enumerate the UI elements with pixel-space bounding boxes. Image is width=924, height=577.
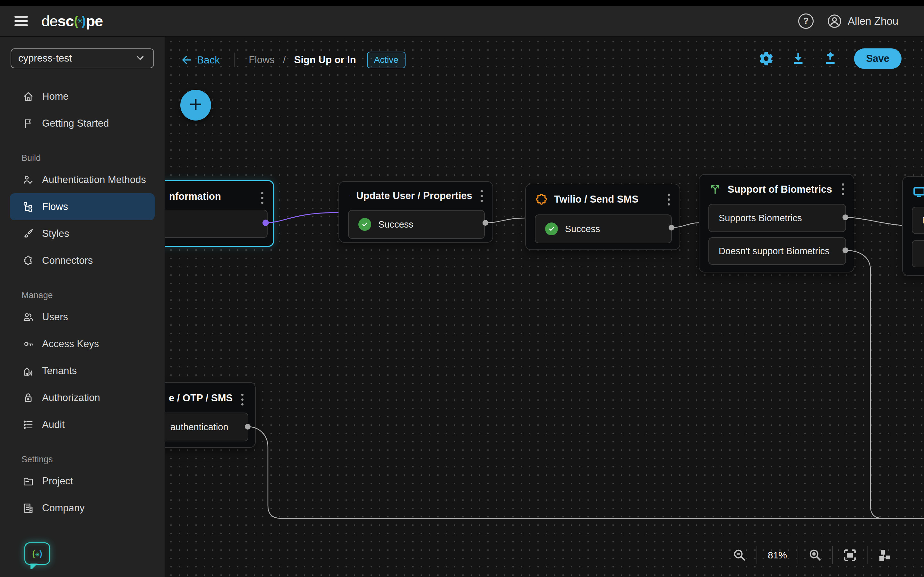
- row-label: Doesn't support Biometrics: [719, 246, 830, 256]
- key-icon: [22, 338, 34, 350]
- sidebar-section-settings: Settings: [21, 446, 165, 464]
- sidebar-item-company[interactable]: Company: [10, 495, 155, 522]
- success-check-icon: [359, 218, 371, 231]
- branch-icon: [709, 183, 721, 195]
- sidebar-item-label: Project: [42, 475, 73, 487]
- row-label: Supports Biometrics: [719, 213, 802, 223]
- sidebar-item-authentication-methods[interactable]: Authentication Methods: [10, 166, 155, 193]
- node-output-row-doesnt-support[interactable]: Doesn't support Biometrics: [708, 237, 846, 265]
- sidebar-item-home[interactable]: Home: [10, 83, 155, 110]
- logo-text: de: [41, 12, 57, 30]
- download-flow-icon[interactable]: [790, 49, 806, 68]
- sidebar-item-label: Tenants: [42, 365, 77, 377]
- project-selector[interactable]: cypress-test: [11, 48, 154, 68]
- sidebar-item-project[interactable]: Project: [10, 468, 155, 495]
- sidebar-item-label: Users: [42, 311, 68, 323]
- flow-name: Sign Up or In: [294, 54, 356, 66]
- sidebar-section-manage: Manage: [21, 282, 165, 300]
- node-support-of-biometrics[interactable]: Support of Biometrics Supports Biometric…: [699, 174, 855, 272]
- node-menu-icon[interactable]: [840, 181, 846, 197]
- audit-icon: [22, 419, 34, 431]
- sidebar-item-authorization[interactable]: Authorization: [10, 384, 155, 411]
- topbar: desc(✳)pe ? Allen Zhou: [0, 6, 924, 37]
- sidebar-item-getting-started[interactable]: Getting Started: [10, 110, 155, 137]
- sidebar-item-users[interactable]: Users: [10, 303, 155, 330]
- node-output-row[interactable]: Success: [535, 214, 672, 243]
- divider: [798, 546, 798, 564]
- hamburger-menu-icon[interactable]: [15, 16, 28, 26]
- node-menu-icon[interactable]: [239, 392, 246, 408]
- descope-console: { "topbar": { "logo": { "de": "de", "sc"…: [0, 0, 924, 577]
- node-information[interactable]: nformation: [165, 180, 274, 247]
- node-output-row-supports[interactable]: Supports Biometrics: [708, 204, 846, 232]
- sidebar-item-flows[interactable]: Flows: [10, 193, 155, 220]
- sidebar-item-label: Company: [42, 502, 85, 514]
- fit-view-icon[interactable]: [841, 546, 859, 564]
- company-icon: [22, 502, 34, 514]
- user-menu[interactable]: Allen Zhou: [827, 14, 898, 29]
- sidebar-item-audit[interactable]: Audit: [10, 411, 155, 438]
- home-icon: [22, 90, 34, 103]
- upload-flow-icon[interactable]: [822, 49, 838, 68]
- divider: [832, 546, 833, 564]
- sidebar-item-access-keys[interactable]: Access Keys: [10, 330, 155, 358]
- node-title: nformation: [169, 191, 221, 202]
- node-output-row[interactable]: Success: [348, 210, 485, 239]
- zoom-out-icon[interactable]: [731, 546, 748, 564]
- edge-information-updateuser: [266, 213, 338, 223]
- flow-edges: [165, 37, 924, 577]
- node-title: Twilio / Send SMS: [554, 193, 638, 205]
- zoom-in-icon[interactable]: [806, 546, 824, 564]
- sidebar-section-build: Build: [21, 145, 165, 163]
- node-output-row[interactable]: authentication: [165, 413, 248, 442]
- edge-doesntsupport-down: [845, 250, 924, 518]
- flow-canvas[interactable]: Back Flows / Sign Up or In Active Save +…: [165, 37, 924, 577]
- monitor-icon: [913, 185, 924, 200]
- row-label: authentication: [170, 422, 228, 432]
- sidebar-item-label: Flows: [42, 201, 68, 213]
- help-icon[interactable]: ?: [798, 13, 814, 29]
- success-check-icon: [545, 222, 558, 235]
- person-icon: [922, 248, 924, 259]
- node-output-row[interactable]: N: [912, 207, 924, 234]
- folder-icon: [22, 475, 34, 487]
- sidebar-item-label: Audit: [42, 419, 65, 430]
- node-screen[interactable]: N: [902, 176, 924, 276]
- brush-icon: [22, 227, 34, 240]
- arrow-left-icon: [181, 54, 192, 66]
- node-title: e / OTP / SMS: [169, 392, 233, 404]
- zoom-level: 81%: [766, 550, 789, 561]
- sidebar-item-connectors[interactable]: Connectors: [10, 247, 155, 274]
- sidebar-item-label: Connectors: [42, 255, 93, 266]
- settings-gear-icon[interactable]: [758, 49, 774, 68]
- node-output-row[interactable]: [165, 210, 268, 238]
- user-name: Allen Zhou: [848, 15, 898, 27]
- add-node-button[interactable]: +: [180, 90, 211, 121]
- save-button[interactable]: Save: [854, 48, 901, 69]
- avatar-icon: [827, 14, 842, 29]
- puzzle-icon: [535, 193, 548, 205]
- back-button[interactable]: Back: [181, 54, 220, 66]
- node-twilio-send-sms[interactable]: Twilio / Send SMS Success: [525, 184, 680, 250]
- node-menu-icon[interactable]: [259, 190, 265, 206]
- node-title: Update User / Properties: [356, 190, 472, 201]
- flows-icon: [22, 201, 34, 213]
- breadcrumb-flows[interactable]: Flows: [249, 54, 275, 66]
- status-badge[interactable]: Active: [367, 52, 405, 68]
- node-otp-sms[interactable]: e / OTP / SMS authentication: [165, 382, 256, 448]
- divider: [756, 546, 757, 564]
- node-output-row[interactable]: [912, 240, 924, 268]
- sidebar-item-label: Styles: [42, 228, 69, 239]
- node-update-user[interactable]: Update User / Properties Success: [338, 181, 493, 243]
- sidebar-item-label: Getting Started: [42, 118, 109, 129]
- sidebar-item-styles[interactable]: Styles: [10, 220, 155, 247]
- sidebar-item-tenants[interactable]: Tenants: [10, 358, 155, 384]
- tenants-icon: [22, 365, 34, 377]
- auto-layout-icon[interactable]: [876, 546, 893, 564]
- row-label: Success: [378, 219, 414, 230]
- developer-widget-icon[interactable]: (✳): [24, 542, 50, 565]
- project-name: cypress-test: [18, 53, 72, 64]
- node-menu-icon[interactable]: [666, 192, 672, 207]
- node-menu-icon[interactable]: [479, 188, 485, 204]
- lightning-icon: [349, 190, 350, 201]
